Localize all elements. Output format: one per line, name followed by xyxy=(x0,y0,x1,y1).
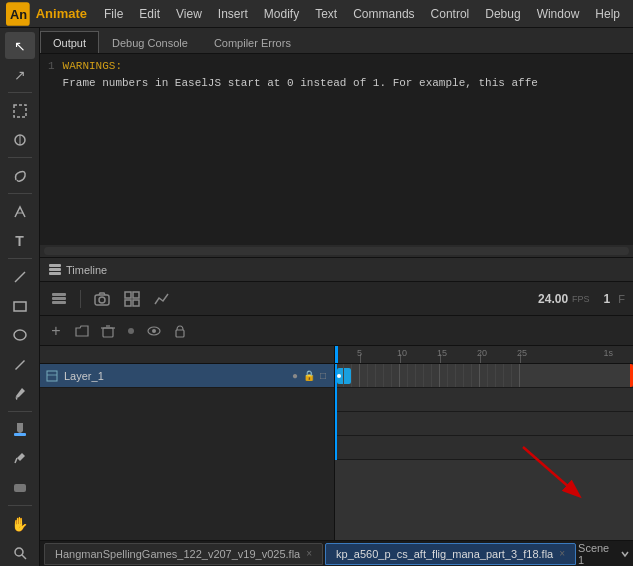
tc-stack-button[interactable] xyxy=(48,288,70,310)
ftick-20 xyxy=(479,364,480,387)
ftick-22 xyxy=(495,364,496,387)
lasso-tool-button[interactable] xyxy=(5,162,35,189)
timeline-header: Timeline xyxy=(40,258,633,282)
line-tool-button[interactable] xyxy=(5,263,35,290)
hand-tool-button[interactable]: ✋ xyxy=(5,510,35,537)
menu-file[interactable]: File xyxy=(97,5,130,23)
scrollbar-track xyxy=(44,247,629,255)
main-area: ↖ ↗ T xyxy=(0,28,633,566)
toolbar-divider-5 xyxy=(8,411,32,412)
empty-row-2 xyxy=(335,412,633,436)
svg-rect-23 xyxy=(133,292,139,298)
frame-label: F xyxy=(618,293,625,305)
eye-icon xyxy=(146,323,162,339)
output-scrollbar[interactable] xyxy=(40,245,633,257)
rect-tool-button[interactable] xyxy=(5,293,35,320)
frame-strip-area[interactable] xyxy=(335,364,633,460)
ftick-21 xyxy=(487,364,488,387)
frame-row-layer1[interactable] xyxy=(335,364,633,388)
bottom-tabs: HangmanSpellingGames_122_v207_v19_v025.f… xyxy=(40,540,633,566)
menu-help[interactable]: Help xyxy=(588,5,627,23)
lock-button[interactable] xyxy=(170,321,190,341)
pen-tool-button[interactable] xyxy=(5,198,35,225)
tick-10-label: 10 xyxy=(397,348,407,358)
menu-edit[interactable]: Edit xyxy=(132,5,167,23)
svg-line-6 xyxy=(15,272,25,282)
subselect-tool-button[interactable]: ↗ xyxy=(5,61,35,88)
pencil-tool-button[interactable] xyxy=(5,351,35,378)
left-toolbar: ↖ ↗ T xyxy=(0,28,40,566)
add-folder-button[interactable] xyxy=(72,321,92,341)
free-transform-icon xyxy=(12,103,28,119)
brush-tool-button[interactable] xyxy=(5,380,35,407)
pencil-icon xyxy=(12,356,28,372)
select-tool-button[interactable]: ↖ xyxy=(5,32,35,59)
eraser-button[interactable] xyxy=(5,474,35,501)
ftick-25 xyxy=(519,364,520,387)
ftick-3 xyxy=(351,364,352,387)
zoom-tool-button[interactable] xyxy=(5,539,35,566)
lasso-icon xyxy=(12,168,28,184)
menu-debug[interactable]: Debug xyxy=(478,5,527,23)
ftick-24 xyxy=(511,364,512,387)
tab-compiler-errors[interactable]: Compiler Errors xyxy=(201,31,304,53)
menu-control[interactable]: Control xyxy=(424,5,477,23)
svg-rect-24 xyxy=(125,300,131,306)
app-logo-icon: An xyxy=(6,2,30,26)
menu-modify[interactable]: Modify xyxy=(257,5,306,23)
menu-text[interactable]: Text xyxy=(308,5,344,23)
graph-icon xyxy=(153,290,171,308)
svg-rect-30 xyxy=(176,330,184,337)
ftick-7 xyxy=(375,364,376,387)
tc-sep-1 xyxy=(80,290,81,308)
timeline-stack-icon xyxy=(48,263,62,277)
timeline-panel: Timeline xyxy=(40,258,633,540)
keyframe-dot xyxy=(337,374,341,378)
gradient-transform-button[interactable] xyxy=(5,126,35,153)
tick-25-label: 25 xyxy=(517,348,527,358)
layer-lock-button[interactable]: 🔒 xyxy=(302,369,316,383)
tc-graph-button[interactable] xyxy=(151,288,173,310)
text-tool-button[interactable]: T xyxy=(5,227,35,254)
output-message: Frame numbers in EaselJS start at 0 inst… xyxy=(63,75,538,92)
ftick-18 xyxy=(463,364,464,387)
zoom-icon xyxy=(12,545,28,561)
frame-value: 1 xyxy=(604,292,611,306)
tc-camera-button[interactable] xyxy=(91,288,113,310)
bottom-tab-kp-close[interactable]: × xyxy=(559,548,565,559)
ruler-stub xyxy=(40,346,334,364)
bottom-tab-hangman[interactable]: HangmanSpellingGames_122_v207_v19_v025.f… xyxy=(44,543,323,565)
eyedropper-icon xyxy=(12,450,28,466)
free-transform-button[interactable] xyxy=(5,97,35,124)
bottom-tab-kp[interactable]: kp_a560_p_cs_aft_flig_mana_part_3_f18.fl… xyxy=(325,543,576,565)
tab-output[interactable]: Output xyxy=(40,31,99,53)
layer-eye-button[interactable]: ● xyxy=(288,369,302,383)
svg-rect-25 xyxy=(133,300,139,306)
layer-outline-button[interactable]: □ xyxy=(316,369,330,383)
scene-selector[interactable]: Scene 1 xyxy=(578,542,629,566)
brush-icon xyxy=(12,385,28,401)
menu-commands[interactable]: Commands xyxy=(346,5,421,23)
svg-text:An: An xyxy=(10,6,27,21)
add-layer-button[interactable]: + xyxy=(46,321,66,341)
oval-tool-button[interactable] xyxy=(5,322,35,349)
ftick-9 xyxy=(391,364,392,387)
tab-debug-console[interactable]: Debug Console xyxy=(99,31,201,53)
eyedropper-button[interactable] xyxy=(5,445,35,472)
menu-insert[interactable]: Insert xyxy=(211,5,255,23)
svg-point-29 xyxy=(152,329,156,333)
visibility-button[interactable] xyxy=(144,321,164,341)
output-panel: Output Debug Console Compiler Errors 1 W… xyxy=(40,28,633,258)
delete-layer-button[interactable] xyxy=(98,321,118,341)
layer-row[interactable]: Layer_1 ● 🔒 □ xyxy=(40,364,334,388)
tick-5-label: 5 xyxy=(357,348,362,358)
paint-bucket-button[interactable] xyxy=(5,416,35,443)
bottom-tab-hangman-close[interactable]: × xyxy=(306,548,312,559)
output-tabs: Output Debug Console Compiler Errors xyxy=(40,28,633,54)
tc-grid-button[interactable] xyxy=(121,288,143,310)
menu-window[interactable]: Window xyxy=(530,5,587,23)
layers-panel: Layer_1 ● 🔒 □ xyxy=(40,346,335,540)
folder-icon xyxy=(74,323,90,339)
menu-view[interactable]: View xyxy=(169,5,209,23)
svg-rect-15 xyxy=(49,268,61,271)
